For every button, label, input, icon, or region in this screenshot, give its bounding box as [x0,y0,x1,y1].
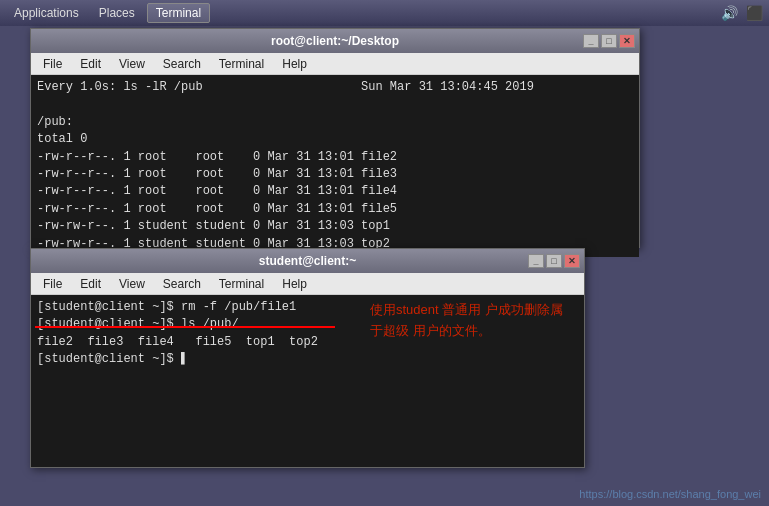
menu-terminal-root[interactable]: Terminal [211,55,272,73]
root-menubar: File Edit View Search Terminal Help [31,53,639,75]
student-title: student@client:~ [259,254,356,268]
minimize-button-student[interactable]: _ [528,254,544,268]
taskbar-terminal[interactable]: Terminal [147,3,210,23]
root-terminal-content: Every 1.0s: ls -lR /pub Sun Mar 31 13:04… [31,75,639,257]
taskbar-right: 🔊 ⬛ [721,5,763,22]
watermark: https://blog.csdn.net/shang_fong_wei [579,488,761,500]
student-terminal-window: student@client:~ _ □ ✕ File Edit View Se… [30,248,585,468]
menu-edit-student[interactable]: Edit [72,275,109,293]
root-terminal-window: root@client:~/Desktop _ □ ✕ File Edit Vi… [30,28,640,248]
menu-search-root[interactable]: Search [155,55,209,73]
root-titlebar: root@client:~/Desktop _ □ ✕ [31,29,639,53]
maximize-button-root[interactable]: □ [601,34,617,48]
volume-icon: 🔊 [721,5,738,22]
menu-view-student[interactable]: View [111,275,153,293]
maximize-button-student[interactable]: □ [546,254,562,268]
menu-help-student[interactable]: Help [274,275,315,293]
taskbar-applications[interactable]: Applications [6,4,87,22]
menu-edit-root[interactable]: Edit [72,55,109,73]
taskbar: Applications Places Terminal 🔊 ⬛ [0,0,769,26]
display-icon: ⬛ [746,5,763,22]
menu-file-student[interactable]: File [35,275,70,293]
menu-view-root[interactable]: View [111,55,153,73]
menu-file-root[interactable]: File [35,55,70,73]
student-menubar: File Edit View Search Terminal Help [31,273,584,295]
annotation-text: 使用student 普通用 户成功删除属于超级 用户的文件。 [370,300,570,342]
student-titlebar: student@client:~ _ □ ✕ [31,249,584,273]
student-titlebar-buttons: _ □ ✕ [528,254,580,268]
menu-terminal-student[interactable]: Terminal [211,275,272,293]
close-button-student[interactable]: ✕ [564,254,580,268]
taskbar-places[interactable]: Places [91,4,143,22]
menu-search-student[interactable]: Search [155,275,209,293]
menu-help-root[interactable]: Help [274,55,315,73]
root-titlebar-buttons: _ □ ✕ [583,34,635,48]
underline-decoration [35,326,335,328]
close-button-root[interactable]: ✕ [619,34,635,48]
root-title: root@client:~/Desktop [271,34,399,48]
minimize-button-root[interactable]: _ [583,34,599,48]
